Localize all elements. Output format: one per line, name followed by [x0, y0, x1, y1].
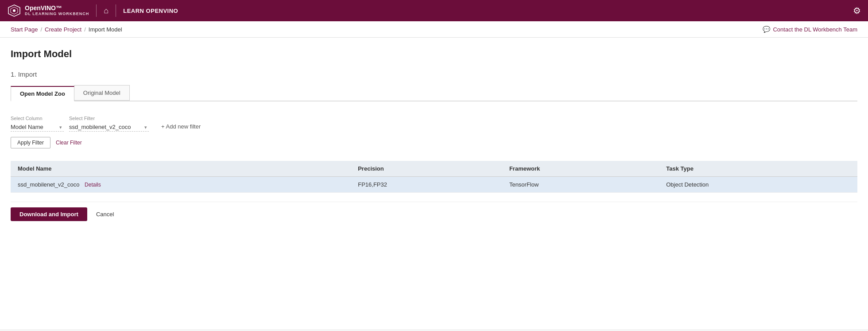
column-select-wrapper: Model Name Precision Framework Task Type — [11, 123, 64, 132]
tab-original-model[interactable]: Original Model — [74, 85, 130, 101]
clear-filter-button[interactable]: Clear Filter — [56, 137, 82, 148]
tab-open-model-zoo[interactable]: Open Model Zoo — [11, 86, 74, 101]
download-import-button[interactable]: Download and Import — [11, 207, 87, 221]
breadcrumb-current: Import Model — [89, 26, 122, 33]
col-precision: Precision — [351, 161, 502, 177]
nav-divider2 — [116, 4, 116, 17]
contact-label: Contact the DL Workbench Team — [773, 26, 857, 33]
cell-framework: TensorFlow — [502, 177, 659, 193]
page-title: Import Model — [11, 48, 857, 60]
contact-icon: 💬 — [763, 26, 770, 33]
value-filter-group: Select Filter ssd_mobilenet_v2_coco — [69, 116, 149, 132]
value-filter-label: Select Filter — [69, 116, 149, 121]
apply-filter-button[interactable]: Apply Filter — [11, 137, 50, 148]
main-content: Import Model 1. Import Open Model Zoo Or… — [0, 38, 868, 330]
breadcrumb-bar: Start Page / Create Project / Import Mod… — [0, 21, 868, 38]
breadcrumb-sep1: / — [40, 26, 42, 33]
bottom-actions: Download and Import Cancel — [11, 202, 857, 226]
value-select[interactable]: ssd_mobilenet_v2_coco — [69, 123, 149, 132]
filter-actions: Apply Filter Clear Filter — [11, 137, 857, 148]
logo-area: OpenVINO™ DL LEARNING WORKBENCH — [7, 4, 89, 18]
app-name: OpenVINO™ DL LEARNING WORKBENCH — [25, 5, 89, 16]
add-filter-button[interactable]: + Add new filter — [158, 121, 204, 132]
table-row[interactable]: ssd_mobilenet_v2_coco Details FP16,FP32 … — [11, 177, 857, 193]
cancel-button[interactable]: Cancel — [94, 207, 116, 221]
cell-model-name: ssd_mobilenet_v2_coco Details — [11, 177, 351, 193]
cell-task-type: Object Detection — [659, 177, 857, 193]
details-link[interactable]: Details — [85, 182, 101, 188]
column-filter-label: Select Column — [11, 116, 64, 121]
col-task-type: Task Type — [659, 161, 857, 177]
table-header: Model Name Precision Framework Task Type — [11, 161, 857, 177]
nav-divider — [96, 4, 97, 17]
learn-openvino-link[interactable]: LEARN OPENVINO — [123, 8, 178, 14]
breadcrumb-sep2: / — [84, 26, 86, 33]
column-select[interactable]: Model Name Precision Framework Task Type — [11, 123, 64, 132]
model-name-value: ssd_mobilenet_v2_coco — [18, 181, 79, 188]
contact-team-link[interactable]: 💬 Contact the DL Workbench Team — [763, 26, 857, 33]
top-navigation: OpenVINO™ DL LEARNING WORKBENCH ⌂ LEARN … — [0, 0, 868, 21]
cell-precision: FP16,FP32 — [351, 177, 502, 193]
breadcrumb: Start Page / Create Project / Import Mod… — [11, 26, 122, 33]
settings-icon[interactable]: ⚙ — [853, 5, 861, 16]
col-model-name: Model Name — [11, 161, 351, 177]
col-framework: Framework — [502, 161, 659, 177]
import-tabs: Open Model Zoo Original Model — [11, 85, 857, 101]
model-table: Model Name Precision Framework Task Type… — [11, 161, 857, 193]
home-icon[interactable]: ⌂ — [104, 6, 108, 16]
filter-row: Select Column Model Name Precision Frame… — [11, 116, 857, 132]
step1-title: 1. Import — [11, 70, 857, 78]
openvino-logo — [7, 4, 21, 18]
svg-point-2 — [13, 9, 16, 12]
breadcrumb-start-page[interactable]: Start Page — [11, 26, 38, 33]
column-filter-group: Select Column Model Name Precision Frame… — [11, 116, 64, 132]
filter-section: Select Column Model Name Precision Frame… — [11, 110, 857, 154]
breadcrumb-create-project[interactable]: Create Project — [45, 26, 81, 33]
table-body: ssd_mobilenet_v2_coco Details FP16,FP32 … — [11, 177, 857, 193]
value-select-wrapper: ssd_mobilenet_v2_coco — [69, 123, 149, 132]
